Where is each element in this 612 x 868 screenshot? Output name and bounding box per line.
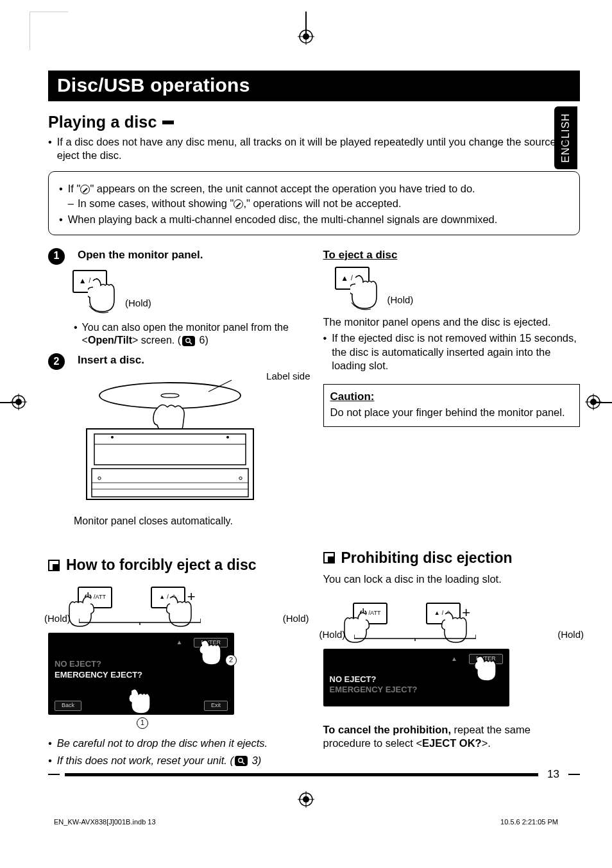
exit-button-label: Exit: [204, 701, 228, 711]
device-screen: ▲ ENTER NO EJECT? EMERGENCY EJECT?: [323, 649, 509, 706]
dash: –: [68, 197, 74, 210]
prohibit-icon: [234, 199, 243, 209]
footer-timestamp: 10.5.6 2:21:05 PM: [500, 818, 558, 826]
bullet-dot: •: [59, 213, 63, 226]
subsection-heading: Prohibiting disc ejection: [323, 549, 581, 567]
crop-corner: [30, 12, 68, 50]
bullet-dot: •: [323, 331, 327, 372]
bullet-dot: •: [48, 135, 52, 162]
cancel-prohibition-text: To cancel the prohibition, repeat the sa…: [323, 723, 581, 750]
callout-number-1: 1: [137, 717, 148, 729]
subsection-title: Prohibiting disc ejection: [341, 549, 513, 567]
disc-insert-illustration: [74, 372, 266, 507]
hold-label: (Hold): [283, 612, 309, 624]
hold-label: (Hold): [125, 297, 151, 309]
button-combo: ⏻/ATT + ▲/: [353, 603, 581, 624]
screen-option: EMERGENCY EJECT?: [330, 685, 503, 696]
hold-label: (Hold): [319, 628, 346, 640]
caution-text: Do not place your finger behind the moni…: [330, 406, 574, 419]
eject-button-graphic: ▲/ (Hold): [335, 267, 418, 312]
up-arrow-icon: ▲: [451, 655, 457, 664]
hand-press-icon: [196, 639, 225, 666]
step-note: You can also open the monitor panel from…: [82, 321, 305, 347]
svg-rect-22: [94, 434, 246, 465]
registration-mark-icon: [585, 394, 602, 410]
up-arrow-icon: ▲: [176, 638, 183, 647]
section-square-icon: [48, 560, 60, 571]
footer-filename: EN_KW-AVX838[J]001B.indb 13: [54, 818, 156, 826]
body-bullet: • If a disc does not have any disc menu,…: [48, 135, 580, 162]
bullet-text: If a disc does not have any disc menu, a…: [57, 135, 580, 162]
caution-heading: Caution:: [330, 390, 574, 404]
subsection-title: To eject a disc: [323, 248, 581, 262]
screen-option-selected: EMERGENCY EJECT?: [55, 670, 228, 681]
hand-press-icon: [88, 278, 128, 313]
svg-point-16: [186, 338, 190, 342]
page-number-rule: 13: [48, 768, 580, 781]
step-title: Open the monitor panel.: [78, 248, 203, 262]
left-column: 1 Open the monitor panel. ▲/ (Hold) •: [48, 248, 305, 767]
section-heading: Playing a disc: [48, 113, 580, 131]
section-title: Playing a disc: [48, 113, 157, 131]
hand-press-icon: [350, 274, 390, 310]
step-number-1: 1: [48, 248, 65, 265]
subsection-title: How to forcibly eject a disc: [66, 556, 257, 574]
hold-label: (Hold): [44, 612, 71, 624]
svg-point-29: [239, 758, 242, 762]
note-bullet: •Be careful not to drop the disc when it…: [48, 737, 305, 750]
note-bullet: •If this does not work, reset your unit.…: [48, 754, 305, 767]
eject-description: The monitor panel opens and the disc is …: [323, 315, 581, 329]
hand-press-icon: [471, 655, 500, 682]
back-button-label: Back: [55, 701, 81, 711]
caution-box: Caution: Do not place your finger behind…: [323, 384, 581, 427]
bullet-dot: •: [59, 182, 63, 210]
callout-number-2: 2: [225, 655, 237, 666]
chapter-title-bar: Disc/USB operations: [48, 71, 580, 101]
step-title: Insert a disc.: [78, 353, 144, 367]
bracket-icon: [79, 619, 201, 625]
step-caption: Monitor panel closes automatically.: [74, 515, 305, 528]
page-ref-icon: [182, 336, 195, 346]
right-column: To eject a disc ▲/ (Hold) The monitor pa…: [323, 248, 581, 767]
svg-point-25: [111, 436, 114, 438]
print-footer: EN_KW-AVX838[J]001B.indb 13 10.5.6 2:21:…: [54, 818, 558, 826]
page-ref-icon: [235, 756, 248, 766]
sub-text: In some cases, without showing "," opera…: [78, 197, 402, 210]
chapter-title: Disc/USB operations: [57, 74, 250, 96]
device-screen: ▲ ENTER NO EJECT? EMERGENCY EJECT? Back …: [48, 633, 234, 715]
label-side-text: Label side: [266, 370, 310, 382]
bullet-dot: •: [74, 321, 78, 347]
bullet-text: When playing back a multi-channel encode…: [68, 213, 569, 226]
prohibit-icon: [80, 185, 90, 194]
subsection-heading: How to forcibly eject a disc: [48, 556, 305, 574]
page-number: 13: [543, 768, 563, 781]
svg-line-17: [190, 342, 192, 344]
prohibit-intro: You can lock a disc in the loading slot.: [323, 572, 581, 586]
heading-rule: [162, 121, 174, 124]
hand-press-icon: [125, 688, 157, 716]
button-combo: ⏻/ATT + ▲/: [78, 587, 305, 608]
hold-label: (Hold): [387, 294, 414, 306]
registration-mark-icon: [10, 394, 27, 410]
eject-button-graphic: ▲/ (Hold): [72, 270, 156, 315]
bullet-text: If the ejected disc is not removed withi…: [332, 331, 580, 372]
step-number-2: 2: [48, 353, 65, 370]
bracket-icon: [354, 635, 476, 641]
section-square-icon: [323, 552, 335, 563]
hold-label: (Hold): [557, 628, 584, 640]
svg-point-26: [226, 436, 229, 438]
svg-line-30: [242, 762, 244, 765]
info-box: • If "" appears on the screen, the unit …: [48, 171, 580, 235]
bullet-text: If "" appears on the screen, the unit ca…: [68, 182, 569, 210]
